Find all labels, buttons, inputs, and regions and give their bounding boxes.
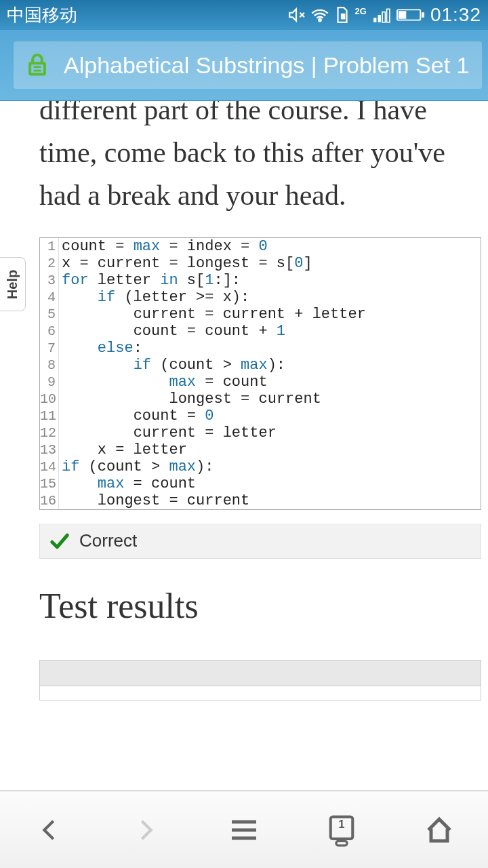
code-line: 7 else: — [40, 340, 481, 357]
code-line: 3for letter in s[1:]: — [40, 272, 481, 289]
line-number: 5 — [40, 306, 59, 323]
svg-rect-4 — [387, 9, 390, 22]
test-results-heading: Test results — [39, 586, 481, 626]
network-type-label: 2G — [355, 6, 367, 16]
back-button[interactable] — [18, 800, 79, 861]
code-text: count = max = index = 0 — [59, 238, 268, 255]
code-line: 14if (count > max): — [40, 458, 481, 475]
browser-header: Alphabetical Substrings | Problem Set 1 — [0, 30, 488, 101]
signal-icon — [372, 6, 391, 24]
code-text: x = current = longest = s[0] — [59, 255, 312, 272]
tab-count-badge: 1 — [339, 818, 345, 831]
code-text: x = letter — [59, 441, 187, 458]
code-text: if (count > max): — [59, 458, 214, 475]
code-text: if (letter >= x): — [59, 289, 249, 306]
code-line: 16 longest = current — [40, 492, 481, 509]
code-line: 10 longest = current — [40, 391, 481, 408]
page-content: Help suggest that you move on to differe… — [0, 101, 488, 790]
line-number: 8 — [40, 357, 59, 374]
code-text: max = count — [59, 374, 268, 391]
line-number: 15 — [40, 475, 59, 492]
line-number: 10 — [40, 391, 59, 408]
line-number: 1 — [40, 238, 59, 255]
tabs-button[interactable]: 1 — [311, 800, 372, 861]
line-number: 13 — [40, 441, 59, 458]
url-bar[interactable]: Alphabetical Substrings | Problem Set 1 — [14, 41, 482, 89]
line-number: 6 — [40, 323, 59, 340]
code-text: max = count — [59, 475, 196, 492]
line-number: 7 — [40, 340, 59, 357]
line-number: 14 — [40, 458, 59, 475]
code-text: current = current + letter — [59, 306, 366, 323]
code-line: 5 current = current + letter — [40, 306, 481, 323]
feedback-label: Correct — [79, 530, 137, 551]
line-number: 12 — [40, 425, 59, 441]
code-text: if (count > max): — [59, 357, 285, 374]
code-text: else: — [59, 340, 142, 357]
lock-icon — [26, 52, 49, 78]
line-number: 2 — [40, 255, 59, 272]
code-text: for letter in s[1:]: — [59, 272, 241, 289]
code-line: 1count = max = index = 0 — [40, 238, 481, 255]
results-status-label: CORRECT — [40, 686, 481, 700]
code-line: 8 if (count > max): — [40, 357, 481, 374]
line-number: 9 — [40, 374, 59, 391]
svg-rect-0 — [340, 14, 345, 20]
svg-rect-15 — [336, 841, 347, 846]
code-line: 12 current = letter — [40, 425, 481, 441]
help-tab-label: Help — [5, 269, 20, 298]
carrier-label: 中国移动 — [7, 3, 77, 27]
instruction-text: suggest that you move on to different pa… — [0, 101, 488, 217]
menu-button[interactable] — [214, 800, 274, 861]
svg-rect-2 — [378, 15, 381, 22]
svg-rect-6 — [422, 12, 424, 18]
line-number: 16 — [40, 492, 59, 509]
code-text: longest = current — [59, 391, 321, 408]
battery-icon — [396, 7, 425, 22]
code-editor[interactable]: 1count = max = index = 02x = current = l… — [39, 237, 481, 510]
code-line: 11 count = 0 — [40, 408, 481, 425]
wifi-icon — [310, 5, 329, 24]
feedback-bar: Correct — [39, 524, 481, 559]
prose-body: different part of the course. I have tim… — [39, 101, 445, 211]
page-title: Alphabetical Substrings | Problem Set 1 — [64, 52, 470, 79]
results-panel: CORRECT — [39, 660, 481, 701]
svg-rect-1 — [373, 18, 376, 22]
clock-label: 01:32 — [430, 4, 481, 26]
code-text: current = letter — [59, 425, 277, 441]
line-number: 11 — [40, 408, 59, 425]
code-line: 2x = current = longest = s[0] — [40, 255, 481, 272]
svg-rect-3 — [382, 12, 385, 22]
line-number: 4 — [40, 289, 59, 306]
mute-icon — [287, 6, 305, 24]
code-line: 4 if (letter >= x): — [40, 289, 481, 306]
browser-bottom-nav: 1 — [0, 790, 488, 868]
code-text: longest = current — [59, 492, 249, 509]
code-line: 15 max = count — [40, 475, 481, 492]
svg-rect-8 — [30, 63, 45, 74]
svg-rect-7 — [399, 11, 406, 18]
code-line: 13 x = letter — [40, 441, 481, 458]
forward-button[interactable] — [116, 800, 177, 861]
status-bar: 中国移动 2G 01:32 — [0, 0, 488, 30]
sim-icon — [335, 6, 350, 24]
help-tab[interactable]: Help — [0, 257, 26, 311]
code-line: 6 count = count + 1 — [40, 323, 481, 340]
code-line: 9 max = count — [40, 374, 481, 391]
home-button[interactable] — [409, 800, 470, 861]
line-number: 3 — [40, 272, 59, 289]
checkmark-icon — [49, 531, 70, 551]
status-icons: 2G 01:32 — [287, 4, 481, 26]
code-text: count = count + 1 — [59, 323, 285, 340]
results-panel-header — [40, 660, 481, 686]
code-text: count = 0 — [59, 408, 214, 425]
